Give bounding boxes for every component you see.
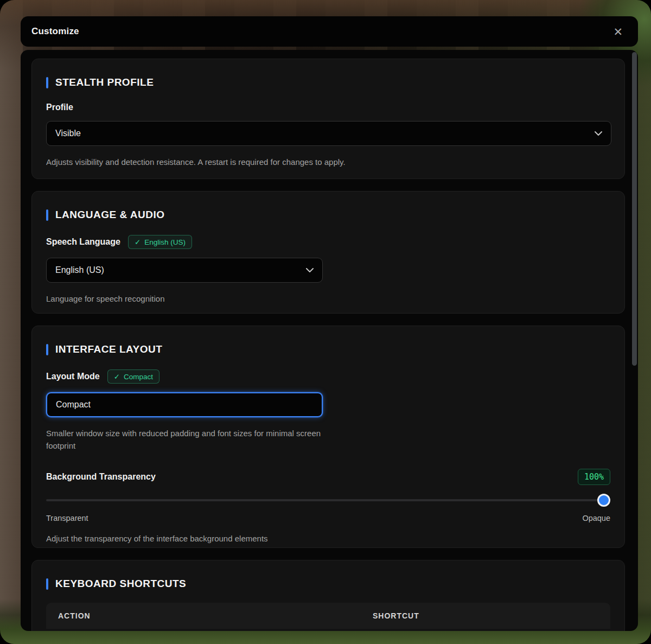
profile-label: Profile bbox=[46, 103, 73, 112]
check-icon: ✓ bbox=[135, 238, 141, 246]
speech-language-label: Speech Language bbox=[46, 237, 120, 247]
badge-label: Compact bbox=[124, 373, 153, 381]
speech-language-select-value: English (US) bbox=[55, 265, 104, 275]
section-header: KEYBOARD SHORTCUTS bbox=[46, 578, 610, 590]
shortcuts-table-header: ACTION SHORTCUT bbox=[46, 603, 610, 629]
slider-max-label: Opaque bbox=[582, 514, 610, 522]
check-icon: ✓ bbox=[114, 372, 120, 381]
section-header: STEALTH PROFILE bbox=[46, 76, 610, 88]
section-title: STEALTH PROFILE bbox=[55, 76, 154, 88]
section-header: LANGUAGE & AUDIO bbox=[46, 209, 610, 221]
slider-track[interactable] bbox=[46, 499, 610, 501]
dialog-header: Customize ✕ bbox=[21, 16, 638, 47]
section-interface-layout: INTERFACE LAYOUT Layout Mode ✓ Compact C… bbox=[31, 326, 625, 548]
speech-language-select[interactable]: English (US) bbox=[46, 258, 323, 283]
section-keyboard-shortcuts: KEYBOARD SHORTCUTS ACTION SHORTCUT bbox=[31, 560, 625, 631]
background-transparency-label: Background Transparency bbox=[46, 472, 156, 482]
layout-mode-label: Layout Mode bbox=[46, 372, 100, 381]
layout-mode-help-text: Smaller window size with reduced padding… bbox=[46, 427, 342, 452]
section-title: KEYBOARD SHORTCUTS bbox=[55, 578, 186, 590]
accent-bar bbox=[46, 344, 48, 355]
slider-thumb[interactable] bbox=[597, 494, 610, 507]
badge-label: English (US) bbox=[144, 238, 186, 246]
dialog-body: STEALTH PROFILE Profile Visible Adjusts … bbox=[21, 50, 638, 631]
slider-min-label: Transparent bbox=[46, 514, 88, 522]
section-language-audio: LANGUAGE & AUDIO Speech Language ✓ Engli… bbox=[31, 191, 625, 314]
scrollbar-thumb[interactable] bbox=[632, 52, 637, 366]
accent-bar bbox=[46, 77, 48, 88]
chevron-down-icon bbox=[306, 268, 314, 273]
transparency-help-text: Adjust the transparency of the interface… bbox=[46, 532, 610, 545]
layout-mode-badge: ✓ Compact bbox=[107, 369, 159, 384]
profile-help-text: Adjusts visibility and detection resista… bbox=[46, 156, 610, 168]
section-header: INTERFACE LAYOUT bbox=[46, 343, 610, 355]
section-title: LANGUAGE & AUDIO bbox=[55, 209, 165, 221]
accent-bar bbox=[46, 578, 48, 590]
accent-bar bbox=[46, 209, 48, 221]
layout-mode-select-value: Compact bbox=[56, 400, 91, 410]
dialog-title: Customize bbox=[31, 26, 79, 37]
column-header-action: ACTION bbox=[58, 611, 91, 620]
speech-language-help-text: Language for speech recognition bbox=[46, 292, 610, 305]
close-icon[interactable]: ✕ bbox=[609, 24, 627, 40]
section-title: INTERFACE LAYOUT bbox=[55, 343, 162, 355]
column-header-shortcut: SHORTCUT bbox=[373, 611, 419, 620]
chevron-down-icon bbox=[595, 131, 602, 136]
transparency-value-badge: 100% bbox=[578, 469, 610, 485]
section-stealth-profile: STEALTH PROFILE Profile Visible Adjusts … bbox=[31, 59, 625, 179]
speech-language-badge: ✓ English (US) bbox=[128, 235, 192, 249]
transparency-slider[interactable] bbox=[46, 494, 610, 507]
profile-select[interactable]: Visible bbox=[46, 121, 611, 146]
profile-select-value: Visible bbox=[55, 129, 81, 138]
layout-mode-select[interactable]: Compact bbox=[46, 392, 323, 417]
